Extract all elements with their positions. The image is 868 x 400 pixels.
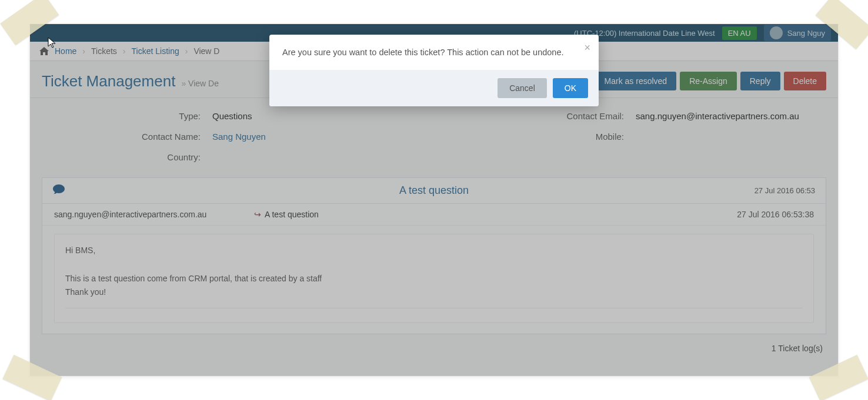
modal-footer: Cancel OK bbox=[269, 70, 599, 106]
confirm-delete-modal: Are you sure you want to delete this tic… bbox=[269, 35, 599, 106]
screenshot-frame: (UTC-12:00) International Date Line West… bbox=[29, 23, 839, 377]
modal-ok-button[interactable]: OK bbox=[553, 78, 588, 98]
modal-close-button[interactable]: × bbox=[584, 42, 590, 54]
modal-cancel-button[interactable]: Cancel bbox=[498, 78, 547, 98]
modal-body: Are you sure you want to delete this tic… bbox=[269, 35, 599, 70]
modal-message: Are you sure you want to delete this tic… bbox=[282, 48, 564, 57]
cursor-icon bbox=[48, 37, 56, 49]
app-root: (UTC-12:00) International Date Line West… bbox=[30, 24, 838, 376]
